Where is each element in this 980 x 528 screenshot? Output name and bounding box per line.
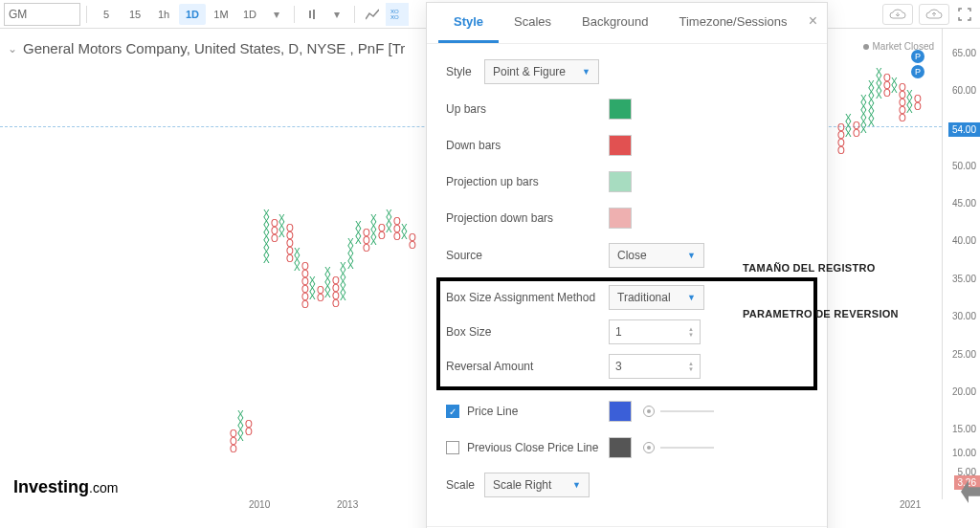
pnf-column: OO (914, 96, 922, 111)
box-size-value: 1 (615, 325, 622, 339)
price-axis: 65.00 60.00 50.00 45.00 40.00 35.00 30.0… (942, 29, 980, 499)
tab-timezone[interactable]: Timezone/Sessions (664, 3, 803, 43)
chevron-down-icon: ▼ (687, 251, 696, 260)
prev-close-label: Previous Close Price Line (467, 441, 609, 454)
down-bars-color[interactable] (609, 135, 632, 156)
annotation-parametro: PARAMETRO DE REVERSION (743, 308, 899, 319)
chevron-down-icon: ▼ (572, 480, 581, 490)
price-tick: 60.00 (952, 85, 976, 96)
price-tick: 45.00 (952, 198, 976, 209)
style-label: Style (446, 65, 484, 78)
chevron-down-icon: ▼ (687, 293, 696, 302)
pnf-column: XXXXXXX (263, 210, 271, 264)
proj-up-color[interactable] (609, 171, 632, 192)
reversal-input[interactable]: 3 ▲▼ (609, 354, 701, 379)
slider-knob-icon[interactable] (643, 406, 655, 417)
divider (294, 6, 295, 23)
chevron-down-icon[interactable]: ▾ (265, 3, 288, 26)
pnf-column: XXXX (370, 215, 378, 246)
svg-text:XO: XO (390, 14, 399, 20)
price-line-checkbox[interactable]: ✓ (446, 405, 459, 418)
scale-dropdown[interactable]: Scale Right ▼ (484, 473, 590, 497)
price-badge: 54.00 (948, 122, 980, 137)
box-size-input[interactable]: 1 ▲▼ (609, 319, 701, 344)
pnf-column: XXXXX (860, 96, 868, 134)
box-size-label: Box Size (446, 325, 609, 339)
spinner-icon[interactable]: ▲▼ (688, 361, 694, 372)
pnf-column: XXX (386, 210, 393, 233)
prev-close-thickness[interactable] (643, 442, 714, 453)
pnf-column: XXX (845, 115, 853, 138)
line-chart-icon[interactable] (361, 3, 384, 26)
fullscreen-icon[interactable] (953, 3, 976, 26)
price-tick: 10.00 (952, 448, 976, 458)
collapse-icon[interactable]: ⌄ (8, 42, 17, 55)
prev-close-checkbox[interactable] (446, 441, 459, 454)
pnf-column: XXXX (347, 239, 355, 270)
pnf-column: OOOOO (286, 225, 294, 263)
symbol-input[interactable] (4, 3, 80, 26)
status-dot-icon (863, 44, 869, 50)
pnf-column: OO (853, 122, 860, 138)
tab-background[interactable]: Background (567, 3, 663, 43)
proj-down-color[interactable] (609, 208, 632, 229)
price-line-color[interactable] (609, 401, 632, 422)
close-icon[interactable]: × (809, 12, 817, 30)
pnf-icon[interactable]: XOXO (386, 3, 409, 26)
pnf-column: OOO (363, 230, 370, 253)
timeframe-1h[interactable]: 1h (150, 4, 177, 25)
row-box-method: Box Size Assignment Method Traditional ▼ (446, 285, 808, 310)
timeframe-1d[interactable]: 1D (179, 4, 206, 25)
pnf-column: XXXX (324, 268, 332, 298)
source-value: Close (617, 249, 647, 262)
annotation-tamano: TAMAÑO DEL REGISTRO (743, 262, 876, 274)
timeframe-15[interactable]: 15 (122, 4, 148, 25)
time-tick: 2013 (337, 499, 358, 510)
investing-logo: Investing.com (13, 477, 118, 497)
pnf-column: XXX (309, 277, 317, 300)
row-proj-up: Projection up bars (446, 170, 808, 193)
tab-scales[interactable]: Scales (499, 3, 567, 43)
slider-knob-icon[interactable] (643, 442, 655, 453)
row-price-line: ✓ Price Line (446, 400, 808, 423)
pnf-column: OO (409, 234, 416, 250)
source-label: Source (446, 249, 609, 262)
price-line-thickness[interactable] (643, 406, 714, 417)
slider-track[interactable] (660, 410, 714, 412)
box-method-dropdown[interactable]: Traditional ▼ (609, 285, 704, 310)
divider (354, 6, 355, 23)
up-bars-label: Up bars (446, 102, 609, 116)
up-bars-color[interactable] (609, 99, 632, 120)
row-box-size: Box Size 1 ▲▼ (446, 319, 808, 344)
cloud-download-icon[interactable] (882, 4, 913, 25)
row-reversal: Reversal Amount 3 ▲▼ (446, 354, 808, 379)
pnf-column: XX (891, 78, 899, 94)
pnf-column: OOOOO (899, 84, 906, 122)
scale-label: Scale (446, 478, 484, 492)
spinner-icon[interactable]: ▲▼ (688, 326, 694, 338)
pnf-column: OOOO (332, 277, 340, 308)
svg-rect-1 (313, 10, 315, 19)
row-scale: Scale Scale Right ▼ (446, 473, 808, 497)
pnf-column: OO (245, 421, 253, 436)
price-tick: 20.00 (952, 386, 976, 397)
reversal-value: 3 (615, 360, 622, 373)
prev-close-color[interactable] (609, 437, 632, 458)
p-badge: P (911, 65, 924, 78)
price-tick: 40.00 (952, 235, 976, 246)
timeframe-5[interactable]: 5 (93, 4, 120, 25)
candle-icon[interactable] (301, 3, 323, 26)
timeframe-1m[interactable]: 1M (208, 4, 234, 25)
chart-title-text: General Motors Company, United States, D… (23, 40, 405, 56)
pnf-column: XXXX (876, 69, 883, 99)
slider-track[interactable] (660, 447, 714, 449)
chevron-down-icon[interactable]: ▾ (325, 3, 348, 26)
style-dropdown[interactable]: Point & Figure ▼ (484, 59, 599, 84)
price-tick: 65.00 (952, 48, 976, 58)
row-style: Style Point & Figure ▼ (446, 59, 808, 84)
tab-style[interactable]: Style (438, 3, 499, 43)
cloud-upload-icon[interactable] (919, 4, 949, 25)
scale-value: Scale Right (493, 478, 551, 492)
source-dropdown[interactable]: Close ▼ (609, 243, 704, 268)
timeframe-1d-alt[interactable]: 1D (236, 4, 263, 25)
